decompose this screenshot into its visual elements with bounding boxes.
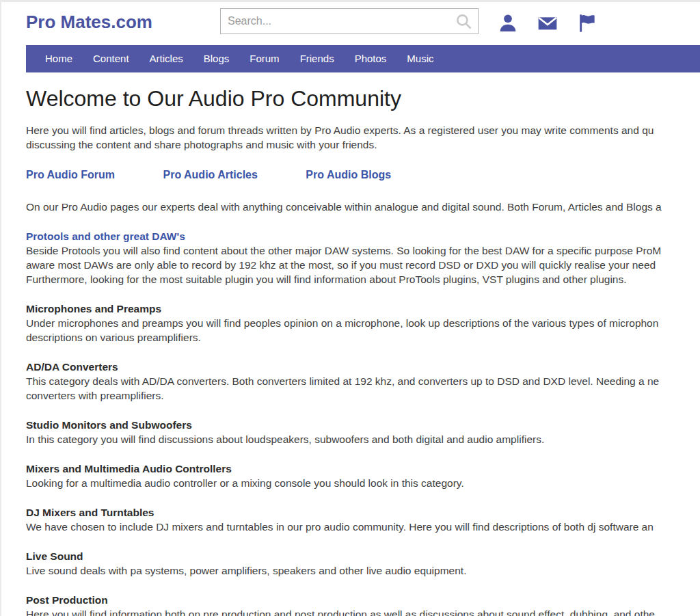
section-line: converters with preamplifiers. bbox=[26, 388, 700, 403]
section-line: Here you will find information both on p… bbox=[26, 607, 700, 616]
section-adda-converters: AD/DA Converters This category deals wit… bbox=[26, 360, 700, 403]
section-title-mixers: Mixers and Multimedia Audio Controllers bbox=[26, 461, 700, 476]
section-protools: Protools and other great DAW's Beside Pr… bbox=[26, 229, 700, 286]
section-line: Furthermore, looking for the most suitab… bbox=[26, 272, 700, 286]
section-title-post-production: Post Production bbox=[26, 593, 700, 607]
site-header: Pro Mates.com bbox=[1, 2, 700, 45]
section-line: In this category you will find discussio… bbox=[26, 432, 700, 446]
section-title-studio-monitors: Studio Monitors and Subwoofers bbox=[26, 418, 700, 432]
overview-line: On our Pro Audio pages our experts deal … bbox=[26, 200, 700, 214]
section-title-protools[interactable]: Protools and other great DAW's bbox=[26, 229, 700, 243]
section-dj-mixers: DJ Mixers and Turntables We have chosen … bbox=[26, 505, 700, 534]
section-microphones: Microphones and Preamps Under microphone… bbox=[26, 302, 700, 345]
section-title-dj-mixers: DJ Mixers and Turntables bbox=[26, 505, 700, 520]
section-line: This category deals with AD/DA converter… bbox=[26, 374, 700, 388]
section-post-production: Post Production Here you will find infor… bbox=[26, 593, 700, 616]
section-line: We have chosen to include DJ mixers and … bbox=[26, 520, 700, 534]
section-live-sound: Live Sound Live sound deals with pa syst… bbox=[26, 549, 700, 578]
user-icon[interactable] bbox=[495, 10, 521, 36]
section-studio-monitors: Studio Monitors and Subwoofers In this c… bbox=[26, 418, 700, 446]
link-pro-audio-forum[interactable]: Pro Audio Forum bbox=[26, 169, 115, 181]
nav-item-content[interactable]: Content bbox=[83, 45, 139, 72]
section-line: Looking for a multimedia audio controlle… bbox=[26, 476, 700, 490]
search-icon[interactable] bbox=[455, 12, 472, 30]
flag-icon[interactable] bbox=[574, 10, 600, 36]
section-title-adda-converters: AD/DA Converters bbox=[26, 360, 700, 374]
section-line: Under microphones and preamps you will f… bbox=[26, 316, 700, 330]
section-mixers: Mixers and Multimedia Audio Controllers … bbox=[26, 461, 700, 490]
nav-item-photos[interactable]: Photos bbox=[345, 45, 397, 72]
search-input[interactable] bbox=[221, 9, 455, 34]
search-box bbox=[220, 8, 479, 34]
nav-item-home[interactable]: Home bbox=[35, 45, 83, 72]
section-line: aware most DAWs are only able to record … bbox=[26, 258, 700, 272]
link-pro-audio-articles[interactable]: Pro Audio Articles bbox=[163, 169, 258, 181]
nav-item-friends[interactable]: Friends bbox=[290, 45, 345, 72]
main-nav: Home Content Articles Blogs Forum Friend… bbox=[26, 45, 700, 72]
section-title-live-sound: Live Sound bbox=[26, 549, 700, 563]
header-icons bbox=[495, 10, 600, 36]
quick-links: Pro Audio Forum Pro Audio Articles Pro A… bbox=[26, 169, 700, 181]
intro-paragraph: Here you will find articles, blogs and f… bbox=[26, 123, 700, 152]
link-pro-audio-blogs[interactable]: Pro Audio Blogs bbox=[306, 169, 391, 181]
main-content: Welcome to Our Audio Pro Community Here … bbox=[1, 72, 700, 616]
page-title: Welcome to Our Audio Pro Community bbox=[26, 86, 700, 111]
overview-paragraph: On our Pro Audio pages our experts deal … bbox=[26, 200, 700, 214]
nav-item-articles[interactable]: Articles bbox=[139, 45, 193, 72]
intro-line: discussing the content and share photogr… bbox=[26, 137, 700, 152]
site-logo[interactable]: Pro Mates.com bbox=[26, 12, 152, 33]
mail-icon[interactable] bbox=[535, 10, 561, 36]
nav-item-blogs[interactable]: Blogs bbox=[193, 45, 240, 72]
section-title-microphones: Microphones and Preamps bbox=[26, 302, 700, 316]
nav-item-music[interactable]: Music bbox=[396, 45, 444, 72]
section-line: Live sound deals with pa systems, power … bbox=[26, 563, 700, 578]
section-line: Beside Protools you will also find conte… bbox=[26, 243, 700, 258]
nav-item-forum[interactable]: Forum bbox=[239, 45, 289, 72]
intro-line: Here you will find articles, blogs and f… bbox=[26, 123, 700, 137]
section-line: descriptions on various preamplifiers. bbox=[26, 330, 700, 345]
